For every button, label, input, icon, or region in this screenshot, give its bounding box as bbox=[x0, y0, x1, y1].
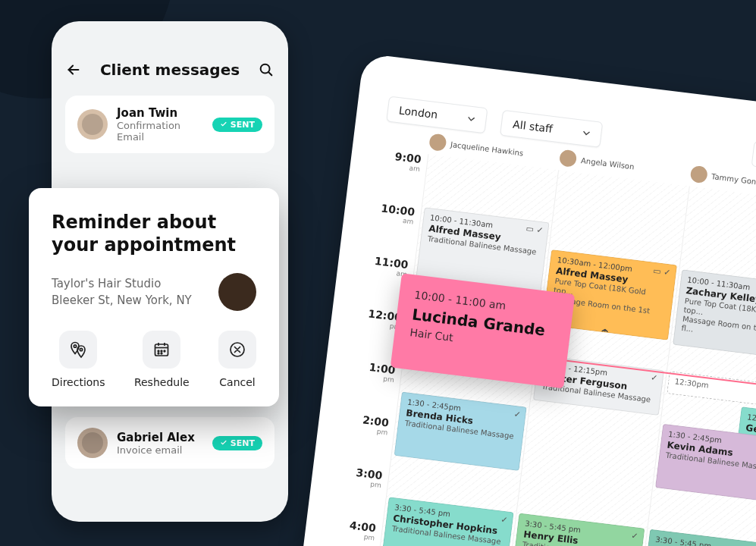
message-item[interactable]: Joan Twin Confirmation Email SENT bbox=[65, 96, 274, 153]
message-name: Gabriel Alex bbox=[117, 431, 203, 444]
status-badge: SENT bbox=[212, 118, 262, 132]
message-subject: Invoice email bbox=[117, 444, 203, 456]
search-icon[interactable] bbox=[258, 61, 274, 78]
calendar-icon bbox=[143, 331, 180, 369]
page-title: Client messages bbox=[100, 61, 240, 79]
cancel-button[interactable]: Cancel bbox=[218, 331, 256, 388]
avatar bbox=[559, 149, 578, 168]
appointment[interactable]: ✓ 1:30 - 2:45pmKevin AdamsTraditional Ba… bbox=[655, 424, 756, 504]
svg-point-1 bbox=[74, 345, 77, 347]
staff-dropdown[interactable]: All staff bbox=[500, 110, 603, 148]
check-icon: ✓ bbox=[631, 531, 639, 541]
check-icon: ✓ bbox=[650, 372, 658, 383]
avatar bbox=[77, 109, 108, 140]
note-icon: ▭ ✓ bbox=[525, 224, 544, 236]
prev-button[interactable] bbox=[751, 141, 756, 171]
appointment[interactable]: 💬 ▭ ✓ 10:00 - 11:30amZachary KelleyPure … bbox=[673, 269, 756, 360]
reminder-details: Taylor's Hair Studio Bleeker St, New Yor… bbox=[52, 275, 192, 309]
status-badge: SENT bbox=[212, 436, 262, 450]
appointment[interactable]: ✓ 3:30 - 5:45 pmBeverly PhilipsTradition… bbox=[638, 529, 756, 546]
svg-point-7 bbox=[158, 353, 159, 354]
directions-button[interactable]: Directions bbox=[52, 331, 105, 388]
pin-icon bbox=[59, 331, 97, 369]
close-icon bbox=[218, 331, 256, 369]
chevron-down-icon bbox=[467, 115, 475, 123]
avatar bbox=[428, 133, 447, 152]
chevron-down-icon bbox=[582, 129, 591, 137]
svg-point-5 bbox=[161, 350, 162, 352]
svg-point-8 bbox=[161, 353, 162, 354]
appointment[interactable]: ✓ 3:30 - 5:45 pmChristopher HopkinsTradi… bbox=[378, 497, 514, 546]
svg-point-6 bbox=[164, 350, 165, 352]
message-subject: Confirmation Email bbox=[117, 120, 203, 143]
check-icon: ✓ bbox=[513, 410, 522, 420]
business-avatar bbox=[218, 273, 256, 311]
message-item[interactable]: Gabriel Alex Invoice email SENT bbox=[65, 417, 274, 469]
reminder-title: Reminder about your appointment bbox=[52, 211, 256, 256]
message-name: Joan Twin bbox=[117, 106, 203, 120]
svg-point-2 bbox=[80, 348, 83, 350]
back-icon[interactable] bbox=[65, 61, 82, 78]
reschedule-button[interactable]: Reshedule bbox=[134, 331, 190, 388]
note-icon: ▭ ✓ bbox=[653, 266, 672, 278]
location-dropdown[interactable]: London bbox=[386, 96, 488, 133]
appointment[interactable]: ✓ 3:30 - 5:45 pmHenry EllisTraditional B… bbox=[508, 513, 645, 546]
tablet-mock: London All staff To Jacqueline Hawkins A… bbox=[292, 53, 756, 546]
avatar bbox=[77, 428, 108, 458]
svg-point-4 bbox=[158, 350, 159, 352]
reminder-card: Reminder about your appointment Taylor's… bbox=[29, 188, 279, 406]
check-icon: ✓ bbox=[500, 515, 509, 526]
appointment[interactable]: ✓ 1:30 - 2:45pmBrenda HicksTraditional B… bbox=[394, 391, 527, 471]
avatar bbox=[689, 165, 708, 184]
drag-handle-icon[interactable] bbox=[599, 328, 611, 340]
calendar-slot[interactable]: 12:30pm ✛ bbox=[667, 371, 756, 409]
